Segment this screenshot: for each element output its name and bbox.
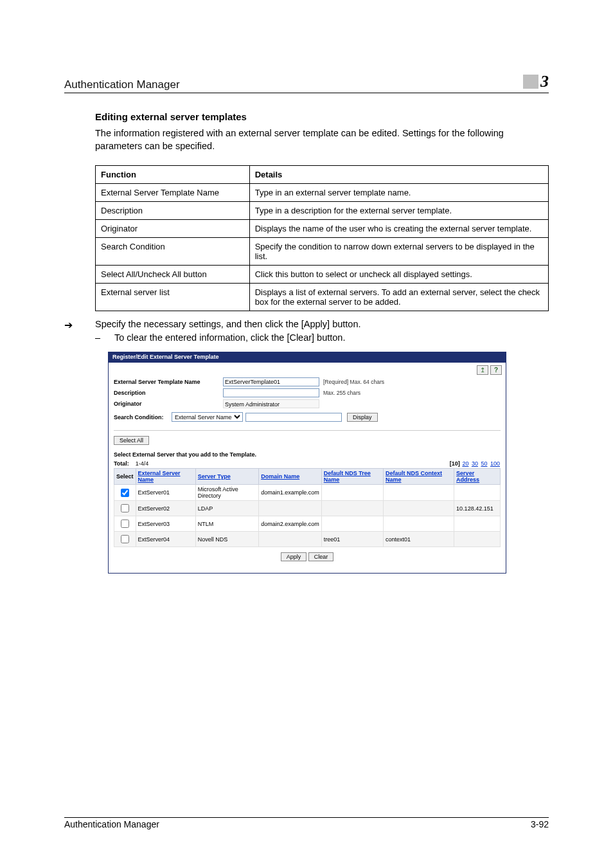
table-row: Search ConditionSpecify the condition to…: [96, 238, 549, 266]
cell-tree: tree01: [321, 532, 383, 547]
section-intro: The information registered with an exter…: [95, 127, 549, 152]
row-checkbox[interactable]: [121, 520, 129, 528]
cell-addr: [454, 485, 501, 501]
description-input[interactable]: [223, 388, 319, 397]
cell-function: Select All/Uncheck All button: [96, 266, 250, 284]
table-row: ExtServer03NTLMdomain2.example.com: [114, 516, 501, 532]
row-checkbox[interactable]: [121, 489, 129, 497]
table-row: DescriptionType in a description for the…: [96, 202, 549, 220]
row-checkbox[interactable]: [121, 504, 129, 512]
apply-button[interactable]: Apply: [281, 552, 307, 561]
cell-type: Microsoft Active Directory: [195, 485, 258, 501]
pager: [10] 20 30 50 100: [450, 460, 501, 467]
table-row: OriginatorDisplays the name of the user …: [96, 220, 549, 238]
pager-link[interactable]: 30: [472, 460, 478, 467]
cell-details: Type in a description for the external s…: [249, 202, 548, 220]
table-row: External Server Template NameType in an …: [96, 184, 549, 202]
cell-name: ExtServer02: [136, 501, 195, 516]
template-name-hint: [Required] Max. 64 chars: [323, 379, 384, 385]
cell-tree: [321, 485, 383, 501]
cell-details: Displays the name of the user who is cre…: [249, 220, 548, 238]
cell-type: NTLM: [195, 516, 258, 532]
chapter-badge: 3: [523, 72, 549, 91]
cell-name: ExtServer01: [136, 485, 195, 501]
total-label: Total:: [114, 460, 129, 467]
app-screenshot: Register/Edit External Server Template ↥…: [108, 352, 506, 574]
add-instruction: Select External Server that you add to t…: [114, 451, 501, 458]
pager-link[interactable]: 100: [490, 460, 500, 467]
label-originator: Originator: [114, 401, 223, 407]
table-row: Select All/Uncheck All buttonClick this …: [96, 266, 549, 284]
th-name[interactable]: External Server Name: [136, 469, 195, 485]
th-addr[interactable]: Server Address: [454, 469, 501, 485]
th-context[interactable]: Default NDS Context Name: [383, 469, 454, 485]
template-name-input[interactable]: [223, 377, 319, 386]
th-function: Function: [96, 166, 250, 184]
cell-select: [114, 485, 136, 501]
cell-type: Novell NDS: [195, 532, 258, 547]
cell-context: [383, 501, 454, 516]
total-value: 1-4/4: [136, 460, 149, 467]
cell-function: External Server Template Name: [96, 184, 250, 202]
cell-name: ExtServer03: [136, 516, 195, 532]
table-row: External server listDisplays a list of e…: [96, 284, 549, 311]
th-domain[interactable]: Domain Name: [259, 469, 322, 485]
cell-domain: [259, 532, 322, 547]
section-heading: Editing external server templates: [95, 111, 549, 122]
footer-right: 3-92: [531, 819, 549, 829]
header-title: Authentication Manager: [64, 78, 180, 91]
th-tree[interactable]: Default NDS Tree Name: [321, 469, 383, 485]
cell-select: [114, 501, 136, 516]
originator-value: System Administrator: [223, 399, 319, 408]
cell-context: [383, 516, 454, 532]
cell-select: [114, 516, 136, 532]
select-all-button[interactable]: Select All: [114, 436, 149, 445]
help-icon[interactable]: ?: [490, 365, 502, 375]
clear-button[interactable]: Clear: [308, 552, 334, 561]
table-row: ExtServer02LDAP10.128.42.151: [114, 501, 501, 516]
cell-addr: 10.128.42.151: [454, 501, 501, 516]
search-condition-select[interactable]: External Server Name: [172, 412, 243, 422]
cell-function: Description: [96, 202, 250, 220]
server-table: Select External Server Name Server Type …: [114, 468, 501, 547]
label-description: Description: [114, 390, 223, 396]
cell-details: Displays a list of external servers. To …: [249, 284, 548, 311]
cell-function: Originator: [96, 220, 250, 238]
cell-details: Type in an external server template name…: [249, 184, 548, 202]
row-checkbox[interactable]: [121, 535, 129, 543]
label-template-name: External Server Template Name: [114, 379, 223, 385]
chapter-bar-icon: [523, 75, 538, 89]
table-row: ExtServer04Novell NDStree01context01: [114, 532, 501, 547]
panel-title: Register/Edit External Server Template: [109, 352, 506, 363]
th-details: Details: [249, 166, 548, 184]
display-button[interactable]: Display: [347, 413, 378, 422]
cell-addr: [454, 516, 501, 532]
step-arrow-icon: ➔: [64, 319, 95, 331]
cell-domain: [259, 501, 322, 516]
chapter-number: 3: [540, 72, 549, 91]
page-header: Authentication Manager 3: [64, 72, 549, 93]
function-table: Function Details External Server Templat…: [95, 165, 549, 311]
cell-function: External server list: [96, 284, 250, 311]
cell-addr: [454, 532, 501, 547]
substep-dash-icon: –: [95, 332, 114, 343]
back-icon[interactable]: ↥: [477, 365, 488, 375]
th-select: Select: [114, 469, 136, 485]
th-type[interactable]: Server Type: [195, 469, 258, 485]
pager-link[interactable]: 50: [481, 460, 487, 467]
footer-left: Authentication Manager: [64, 819, 159, 829]
cell-name: ExtServer04: [136, 532, 195, 547]
cell-context: context01: [383, 532, 454, 547]
cell-type: LDAP: [195, 501, 258, 516]
cell-domain: domain1.example.com: [259, 485, 322, 501]
pager-link[interactable]: 20: [462, 460, 468, 467]
description-hint: Max. 255 chars: [323, 390, 360, 396]
cell-domain: domain2.example.com: [259, 516, 322, 532]
cell-function: Search Condition: [96, 238, 250, 266]
substep-text: To clear the entered information, click …: [114, 332, 345, 343]
cell-details: Specify the condition to narrow down ext…: [249, 238, 548, 266]
cell-select: [114, 532, 136, 547]
search-input[interactable]: [245, 413, 342, 422]
page-footer: Authentication Manager 3-92: [64, 817, 549, 829]
label-search-condition: Search Condition:: [114, 414, 172, 420]
